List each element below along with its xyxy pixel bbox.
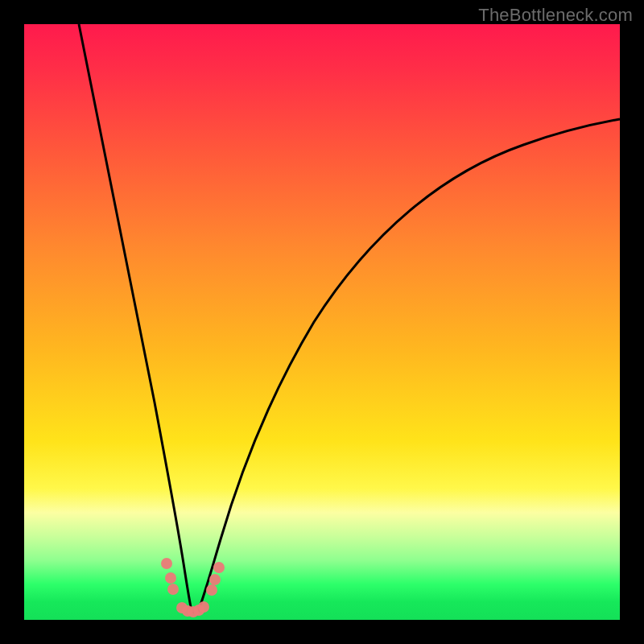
marker-dot: [165, 572, 176, 584]
marker-cluster: [161, 558, 225, 617]
watermark-text: TheBottleneck.com: [478, 5, 633, 26]
marker-dot: [213, 562, 225, 573]
bottleneck-curve: [24, 24, 620, 620]
curve-left-branch: [79, 24, 192, 611]
marker-dot: [209, 574, 221, 585]
marker-dot: [161, 558, 172, 569]
outer-frame: TheBottleneck.com: [0, 0, 644, 644]
plot-area: [24, 24, 620, 620]
marker-dot: [167, 584, 179, 595]
marker-dot: [206, 584, 217, 596]
marker-dot: [198, 601, 209, 613]
curve-right-branch: [198, 119, 620, 612]
